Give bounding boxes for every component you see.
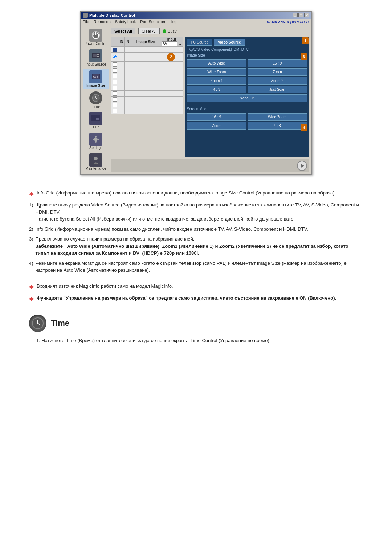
- btn-wide-zoom[interactable]: Wide Zoom: [187, 68, 246, 76]
- status-button[interactable]: [297, 161, 307, 171]
- row-id: [118, 47, 125, 53]
- app-body: Power Control Input Source: [81, 25, 311, 174]
- svg-rect-2: [93, 54, 97, 57]
- btn-4-3[interactable]: 4 : 3: [187, 86, 246, 93]
- sidebar-label-maintenance: Maintenance: [85, 167, 106, 171]
- menu-port-selection[interactable]: Port Selection: [140, 20, 165, 24]
- image-size-buttons: Auto Wide 16 : 9 Wide Zoom Zoom Zoom 1 Z…: [187, 59, 307, 102]
- btn-wide-fit[interactable]: Wide Fit: [187, 94, 307, 102]
- row-cb[interactable]: [111, 47, 118, 53]
- busy-indicator: Busy: [163, 29, 176, 33]
- input-icon: [89, 49, 102, 62]
- top-controls: Select All Clear All Busy ID: [111, 27, 309, 172]
- table-row: [111, 73, 183, 79]
- toolbar: Select All Clear All Busy: [111, 27, 309, 35]
- text-2: Info Grid (Информационна мрежа) показва …: [36, 226, 308, 233]
- close-button[interactable]: ✕: [304, 13, 309, 17]
- maximize-button[interactable]: □: [298, 13, 303, 17]
- btn-sm-wide-zoom[interactable]: Wide Zoom: [248, 113, 307, 121]
- svg-point-15: [95, 141, 97, 143]
- window-title: Multiple Display Control: [89, 13, 135, 17]
- col-n: N: [125, 37, 131, 47]
- star-text-2: Функцията "Управление на размера на обра…: [37, 295, 336, 302]
- svg-text:16:9: 16:9: [93, 76, 98, 78]
- imagesize-icon: 16:9: [89, 70, 102, 83]
- row-cb[interactable]: [111, 53, 118, 62]
- busy-label: Busy: [168, 29, 176, 33]
- svg-point-17: [98, 139, 99, 140]
- sidebar-item-imagesize[interactable]: 16:9 Image Size: [83, 69, 109, 89]
- time-section-icon: [29, 315, 46, 332]
- time-section: Time 1. Натиснете Time (Време) от главни…: [29, 315, 363, 344]
- menu-help[interactable]: Help: [170, 20, 178, 24]
- sidebar-item-settings[interactable]: Settings: [83, 131, 109, 151]
- maintenance-icon: [89, 153, 102, 167]
- sidebar: Power Control Input Source: [83, 27, 109, 172]
- btn-zoom2[interactable]: Zoom 2: [248, 77, 307, 85]
- table-row: 2: [111, 53, 183, 62]
- menu-remocon[interactable]: Remocon: [94, 20, 111, 24]
- grid-area: ID N Image Size Input ▲: [111, 37, 183, 157]
- table-row: [111, 102, 183, 108]
- btn-just-scan[interactable]: Just Scan: [248, 86, 307, 93]
- sidebar-label-input: Input Source: [86, 62, 106, 66]
- col-id: ID: [118, 37, 125, 47]
- title-bar: Multiple Display Control _ □ ✕: [81, 12, 311, 19]
- btn-sm-16-9[interactable]: 16 : 9: [187, 113, 246, 121]
- sidebar-item-pip[interactable]: PIP: [83, 111, 109, 131]
- star-text-1: Входният източник MagicInfo работи само …: [37, 283, 173, 290]
- table-row: [111, 62, 183, 67]
- btn-zoom[interactable]: Zoom: [248, 68, 307, 76]
- svg-rect-12: [96, 118, 99, 120]
- minimize-button[interactable]: _: [293, 13, 298, 17]
- btn-sm-4-3[interactable]: 4 : 3: [248, 122, 307, 130]
- time-header: Time: [29, 315, 363, 332]
- text-1: Щракнете върху раздела Video Source (Вид…: [36, 201, 363, 223]
- svg-point-14: [95, 136, 97, 138]
- power-icon: [89, 29, 102, 42]
- menu-bar: File Remocon Safety Lock Port Selection …: [81, 19, 311, 25]
- col-image-size: Image Size: [131, 37, 160, 47]
- pip-icon: [89, 112, 102, 125]
- doc-content: ✱ Info Grid (Информационна мрежа) показв…: [22, 186, 370, 348]
- col-cb: [111, 37, 118, 47]
- star-icon-0: ✱: [29, 190, 34, 198]
- star-icon-2: ✱: [29, 295, 34, 304]
- badge-1: 1: [302, 37, 309, 44]
- svg-point-13: [94, 138, 98, 141]
- select-all-button[interactable]: Select All: [111, 28, 135, 34]
- btn-16-9[interactable]: 16 : 9: [248, 59, 307, 67]
- num-1: 1): [29, 201, 33, 209]
- numbered-item-3: 3) Превключва по случаен начин размера н…: [29, 235, 363, 257]
- table-row: [111, 97, 183, 102]
- sidebar-item-power[interactable]: Power Control: [83, 27, 109, 47]
- btn-auto-wide[interactable]: Auto Wide: [187, 59, 246, 67]
- tab-pc-source[interactable]: PC Source: [187, 39, 212, 46]
- btn-zoom1[interactable]: Zoom 1: [187, 77, 246, 85]
- text-3: Превключва по случаен начин размера на о…: [36, 235, 363, 257]
- menu-file[interactable]: File: [83, 20, 89, 24]
- app-icon: [83, 13, 88, 18]
- time-instruction: 1. Натиснете Time (Време) от главните ик…: [36, 337, 363, 344]
- row-n: [125, 47, 131, 53]
- menu-items: File Remocon Safety Lock Port Selection …: [83, 20, 177, 24]
- badge-4: 4: [301, 124, 307, 131]
- time-icon: [89, 91, 102, 104]
- sidebar-item-input[interactable]: Input Source: [83, 48, 109, 68]
- bold-note-3: Забележете : Auto Wide (Автоматично шазш…: [36, 243, 348, 256]
- btn-sm-zoom[interactable]: Zoom: [187, 122, 246, 130]
- row-id: [118, 53, 125, 62]
- svg-point-23: [37, 323, 38, 324]
- badge-3: 3: [301, 53, 307, 60]
- screen-mode-section: 4 Screen Mode 16 : 9 Wide Zoom Zoom 4 : …: [187, 107, 307, 131]
- sidebar-item-time[interactable]: Time: [83, 90, 109, 110]
- tab-video-source[interactable]: Video Source: [214, 39, 245, 46]
- menu-safety-lock[interactable]: Safety Lock: [115, 20, 136, 24]
- image-size-section: 3 Image Size Auto Wide 16 : 9 Wide Zoom …: [187, 53, 307, 103]
- text-4: Режимите на екрана могат да се настроят …: [36, 260, 363, 274]
- sidebar-item-maintenance[interactable]: Maintenance: [83, 152, 109, 172]
- clear-all-button[interactable]: Clear All: [138, 28, 160, 34]
- input-field[interactable]: [162, 41, 177, 46]
- grid-table: ID N Image Size Input ▲: [111, 37, 183, 114]
- star-item-1: ✱ Входният източник MagicInfo работи сам…: [29, 283, 363, 292]
